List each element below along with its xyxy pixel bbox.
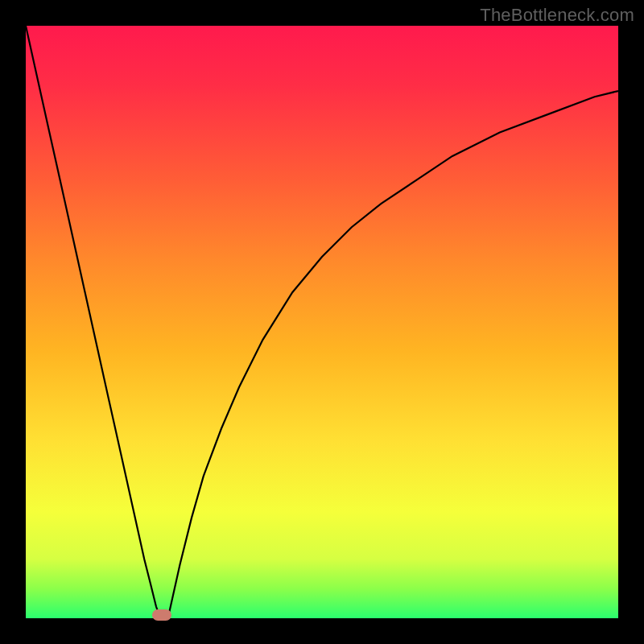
gradient-background (26, 26, 618, 618)
watermark-text: TheBottleneck.com (480, 5, 634, 26)
plot-area (26, 26, 618, 618)
minimum-marker (152, 609, 171, 621)
gradient-plot (26, 26, 618, 618)
